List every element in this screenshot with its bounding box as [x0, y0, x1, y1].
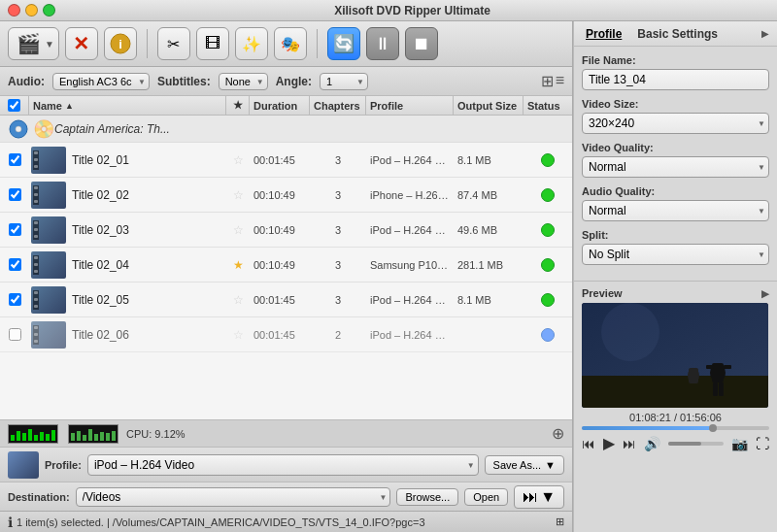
file-list: 📀 Captain America: Th... Title 02_01 ☆ 0…: [0, 116, 572, 419]
browse-button[interactable]: Browse...: [396, 488, 458, 506]
toolbar-separator: [147, 29, 148, 58]
save-as-button[interactable]: Save As... ▼: [485, 455, 564, 475]
row-name: Title 02_05: [68, 291, 226, 309]
row-checkbox[interactable]: [9, 223, 21, 236]
preview-fullscreen-icon[interactable]: ⛶: [756, 436, 769, 451]
video-size-select[interactable]: 320×240: [582, 113, 769, 134]
zoom-icon[interactable]: ⊕: [552, 424, 564, 443]
detail-view-icon[interactable]: ≡: [556, 72, 564, 90]
row-output: 8.1 MB: [454, 292, 524, 308]
film-button[interactable]: 🎞: [196, 27, 229, 60]
pause-button[interactable]: ⏸: [366, 27, 399, 60]
table-row[interactable]: Title 02_01 ☆ 00:01:45 3 iPod – H.264 V.…: [0, 143, 572, 178]
minimize-button[interactable]: [25, 4, 38, 17]
open-button[interactable]: Open: [464, 488, 508, 506]
table-row[interactable]: Title 02_03 ☆ 00:10:49 3 iPod – H.264 V.…: [0, 213, 572, 248]
video-quality-select-wrap: Normal: [582, 156, 769, 178]
row-profile: iPod – H.264 V...: [366, 152, 454, 168]
bar-6: [40, 432, 44, 441]
audio-select[interactable]: English AC3 6c: [52, 73, 150, 90]
video-quality-select[interactable]: Normal: [582, 156, 769, 178]
row-checkbox-wrap: [0, 293, 29, 306]
subtitles-select[interactable]: None: [219, 73, 268, 90]
row-checkbox[interactable]: [9, 328, 21, 341]
header-profile[interactable]: Profile: [366, 96, 454, 115]
row-star[interactable]: ☆: [226, 223, 250, 237]
preview-volume-bar[interactable]: [668, 442, 724, 446]
audio-quality-select[interactable]: Normal: [582, 200, 769, 221]
header-name[interactable]: Name ▲: [29, 96, 226, 115]
row-checkbox[interactable]: [9, 188, 21, 201]
progress-bar-row: CPU: 9.12% ⊕: [0, 419, 572, 447]
tab-profile[interactable]: Profile: [582, 25, 625, 43]
dvd-icon: 📀: [33, 118, 54, 140]
header-duration[interactable]: Duration: [250, 96, 310, 115]
bar-5: [34, 435, 38, 441]
row-status: [524, 326, 572, 344]
profile-select[interactable]: iPod – H.264 Video: [87, 454, 479, 476]
header-status[interactable]: Status: [524, 96, 572, 115]
table-row[interactable]: Title 02_06 ☆ 00:01:45 2 iPod – H.264 V.…: [0, 317, 572, 352]
svg-rect-10: [713, 382, 718, 396]
list-view-icon[interactable]: ⊞: [541, 72, 554, 90]
row-name: Title 02_02: [68, 186, 226, 204]
file-name-label: File Name:: [582, 54, 769, 66]
preview-screenshot-icon[interactable]: 📷: [731, 436, 748, 451]
delete-button[interactable]: ✕: [65, 27, 98, 60]
info-button[interactable]: i: [104, 27, 137, 60]
panel-expand-icon[interactable]: ▶: [761, 28, 769, 39]
add-button[interactable]: 🎬 ▼: [8, 27, 59, 60]
video-size-group: Video Size: 320×240: [582, 98, 769, 134]
dvd-root-row[interactable]: 📀 Captain America: Th...: [0, 116, 572, 143]
sort-arrow: ▲: [65, 101, 74, 111]
preview-progress-bar[interactable]: [582, 426, 769, 430]
row-star[interactable]: ☆: [226, 293, 250, 307]
row-checkbox[interactable]: [9, 153, 21, 166]
preview-volume-icon[interactable]: 🔊: [644, 436, 660, 451]
rip-button[interactable]: ⏭ ▼: [514, 485, 564, 509]
row-star[interactable]: ☆: [226, 153, 250, 167]
split-group: Split: No Split: [582, 229, 769, 265]
effects-button[interactable]: 🎭: [274, 27, 307, 60]
table-row[interactable]: Title 02_02 ☆ 00:10:49 3 iPhone – H.264.…: [0, 178, 572, 213]
maximize-button[interactable]: [43, 4, 55, 17]
disc-indicator: [9, 119, 28, 139]
select-all-checkbox[interactable]: [8, 99, 20, 112]
preview-expand-icon[interactable]: ▶: [761, 288, 769, 299]
bar-4: [28, 429, 32, 441]
preview-rewind-icon[interactable]: ⏮: [582, 436, 595, 451]
preview-fast-forward-icon[interactable]: ⏭: [623, 436, 636, 451]
row-chapters: 3: [310, 257, 366, 273]
table-row[interactable]: Title 02_04 ★ 00:10:49 3 Samsung P100...…: [0, 248, 572, 283]
row-name: Title 02_01: [68, 151, 226, 169]
close-button[interactable]: [8, 4, 20, 17]
left-panel: 🎬 ▼ ✕ i ✂ 🎞 ✨ 🎭 🔄: [0, 21, 573, 532]
preview-progress-thumb: [709, 424, 717, 432]
bar-7: [46, 434, 50, 441]
header-chapters[interactable]: Chapters: [310, 96, 366, 115]
row-checkbox[interactable]: [9, 293, 21, 306]
destination-select[interactable]: /Videos: [76, 487, 391, 507]
status-info-icon: ℹ: [8, 515, 13, 530]
header-output[interactable]: Output Size: [454, 96, 524, 115]
row-checkbox[interactable]: [9, 258, 21, 271]
split-select[interactable]: No Split: [582, 244, 769, 265]
row-profile: iPod – H.264 V...: [366, 292, 454, 308]
row-chapters: 3: [310, 222, 366, 238]
wand-button[interactable]: ✨: [235, 27, 268, 60]
convert-button[interactable]: 🔄: [327, 27, 360, 60]
tab-basic-settings[interactable]: Basic Settings: [633, 25, 722, 43]
row-checkbox-wrap: [0, 223, 29, 236]
stop-button[interactable]: ⏹: [405, 27, 438, 60]
angle-select[interactable]: 1: [320, 73, 368, 90]
cut-button[interactable]: ✂: [157, 27, 190, 60]
row-star[interactable]: ★: [226, 258, 250, 272]
row-star[interactable]: ☆: [226, 188, 250, 202]
preview-play-button[interactable]: ▶: [603, 434, 615, 452]
row-star[interactable]: ☆: [226, 328, 250, 342]
svg-rect-11: [719, 382, 724, 396]
file-name-input[interactable]: [582, 69, 769, 90]
bar-16: [112, 431, 116, 441]
table-row[interactable]: Title 02_05 ☆ 00:01:45 3 iPod – H.264 V.…: [0, 283, 572, 317]
header-star[interactable]: ★: [226, 96, 250, 115]
